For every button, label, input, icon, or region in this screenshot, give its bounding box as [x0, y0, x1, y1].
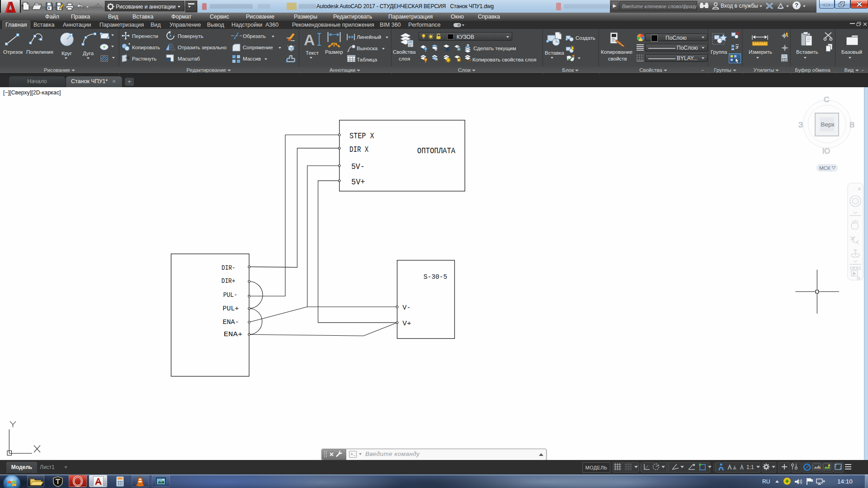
svg-text:5V-: 5V- [351, 162, 365, 171]
svg-text:1:1: 1:1 [746, 464, 754, 470]
svg-text:МСК: МСК [819, 165, 830, 171]
svg-text:DIR X: DIR X [349, 145, 369, 154]
svg-text:5V+: 5V+ [351, 178, 365, 187]
svg-text:V-: V- [402, 304, 410, 311]
svg-text:Верх: Верх [821, 121, 835, 128]
svg-text:ОПТОПЛАТА: ОПТОПЛАТА [417, 146, 456, 155]
svg-text:PUL+: PUL+ [223, 305, 239, 312]
svg-text:З: З [798, 121, 803, 129]
svg-text:Ю: Ю [822, 147, 830, 155]
svg-text:DIR-: DIR- [222, 264, 236, 272]
svg-text:V+: V+ [402, 320, 411, 327]
svg-text:ENA+: ENA+ [224, 331, 243, 338]
svg-text:A: A [304, 32, 315, 48]
svg-text:STEP X: STEP X [349, 131, 374, 141]
svg-text:S-30-5: S-30-5 [424, 273, 448, 281]
svg-text:В: В [849, 121, 854, 129]
svg-text:С: С [824, 95, 829, 104]
svg-text:ENA-: ENA- [223, 319, 239, 326]
svg-text:DIR+: DIR+ [222, 277, 236, 285]
svg-text:PUL-: PUL- [223, 291, 237, 299]
